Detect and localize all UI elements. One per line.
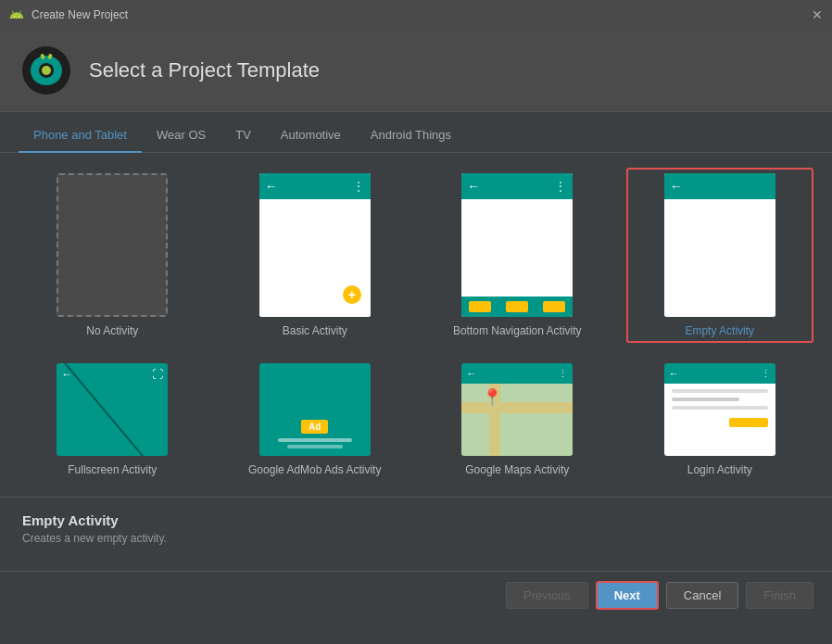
tab-wear-os[interactable]: Wear OS: [142, 119, 221, 153]
tab-android-things[interactable]: Android Things: [356, 119, 466, 153]
fullscreen-expand-icon: ⛶: [152, 368, 163, 381]
login-content: [664, 384, 775, 456]
fullscreen-preview: ← ⛶: [57, 363, 168, 456]
tab-phone-tablet[interactable]: Phone and Tablet: [19, 119, 142, 153]
tab-automotive[interactable]: Automotive: [266, 119, 356, 153]
login-field-1: [672, 389, 768, 393]
description-title: Empty Activity: [22, 512, 810, 528]
template-no-activity[interactable]: No Activity: [19, 168, 207, 343]
basic-activity-label: Basic Activity: [283, 324, 347, 337]
tabs-bar: Phone and Tablet Wear OS TV Automotive A…: [0, 112, 832, 153]
title-bar-text: Create New Project: [32, 8, 128, 21]
basic-fab: +: [343, 285, 361, 304]
maps-toolbar: ← ⋮: [461, 363, 573, 384]
login-field-2: [672, 398, 739, 401]
title-bar: Create New Project ✕: [0, 0, 832, 30]
content-area: No Activity ← ⋮ + Basic Activity: [0, 153, 832, 497]
basic-toolbar: ← ⋮: [259, 173, 371, 199]
bottom-nav-dots: ⋮: [555, 180, 567, 193]
svg-point-4: [42, 66, 51, 75]
android-icon: [9, 7, 24, 22]
bottom-nav-preview: ← ⋮: [461, 173, 573, 317]
dialog-header: Select a Project Template: [0, 30, 832, 112]
description-text: Creates a new empty activity.: [22, 532, 810, 545]
bottom-nav-bar: [461, 297, 573, 317]
maps-dots: ⋮: [558, 368, 568, 380]
login-back: ←: [669, 368, 679, 379]
template-login[interactable]: ← ⋮ Login Activity: [626, 358, 814, 482]
bottom-nav-item-3: [543, 301, 565, 312]
empty-content: [664, 199, 775, 317]
svg-point-0: [14, 16, 15, 17]
login-toolbar: ← ⋮: [664, 363, 775, 384]
map-pin-icon: 📍: [482, 387, 502, 408]
bottom-nav-item-1: [469, 301, 491, 312]
close-button[interactable]: ✕: [812, 7, 823, 22]
fullscreen-back-icon: ←: [61, 368, 72, 381]
ads-label: Google AdMob Ads Activity: [248, 463, 381, 476]
maps-content: 📍: [461, 384, 573, 456]
login-button: [729, 418, 768, 427]
maps-preview: ← ⋮ 📍: [461, 363, 573, 456]
map-road-h: [461, 402, 573, 413]
next-button[interactable]: Next: [596, 581, 659, 610]
basic-activity-preview: ← ⋮ +: [259, 173, 371, 317]
maps-label: Google Maps Activity: [465, 463, 569, 476]
fullscreen-label: Fullscreen Activity: [68, 463, 157, 476]
ad-line-2: [287, 445, 343, 448]
template-basic-activity[interactable]: ← ⋮ + Basic Activity: [221, 168, 410, 343]
header-logo: [22, 46, 70, 95]
dialog-title: Select a Project Template: [89, 58, 320, 82]
template-grid-wrapper[interactable]: No Activity ← ⋮ + Basic Activity: [0, 153, 832, 497]
template-maps[interactable]: ← ⋮ 📍 Google Maps Activity: [423, 358, 611, 482]
login-label: Login Activity: [687, 463, 752, 476]
template-ads[interactable]: Ad Google AdMob Ads Activity: [221, 358, 410, 482]
empty-back-arrow: ←: [670, 179, 683, 194]
bottom-nav-item-2: [506, 301, 528, 312]
bottom-nav-toolbar: ← ⋮: [461, 173, 573, 199]
template-fullscreen[interactable]: ← ⛶ Fullscreen Activity: [19, 358, 207, 482]
cancel-button[interactable]: Cancel: [666, 582, 738, 609]
no-activity-preview: [57, 173, 168, 317]
ads-content: Ad: [259, 363, 371, 456]
template-bottom-nav[interactable]: ← ⋮ Bottom Navigation Activity: [423, 168, 611, 343]
ads-preview: Ad: [259, 363, 371, 456]
template-empty-activity[interactable]: ← Empty Activity: [626, 168, 814, 343]
toolbar-menu-dots: ⋮: [353, 180, 365, 193]
login-preview: ← ⋮: [664, 363, 775, 456]
previous-button[interactable]: Previous: [506, 582, 588, 609]
tab-tv[interactable]: TV: [221, 119, 266, 153]
basic-content: +: [259, 199, 371, 317]
bottom-nav-label: Bottom Navigation Activity: [453, 324, 582, 337]
no-activity-label: No Activity: [86, 324, 138, 337]
ad-badge: Ad: [301, 420, 328, 434]
login-field-3: [672, 406, 768, 410]
template-grid: No Activity ← ⋮ + Basic Activity: [19, 168, 813, 482]
finish-button[interactable]: Finish: [746, 582, 813, 609]
maps-back: ←: [466, 368, 476, 379]
ad-line-1: [278, 438, 352, 442]
footer: Previous Next Cancel Finish: [0, 571, 832, 619]
toolbar-back-arrow: ←: [265, 179, 278, 194]
login-dots: ⋮: [761, 368, 771, 380]
description-panel: Empty Activity Creates a new empty activ…: [0, 497, 832, 571]
bottom-nav-back: ←: [467, 179, 480, 194]
bottom-nav-content: [461, 199, 573, 297]
empty-activity-label: Empty Activity: [685, 324, 754, 337]
svg-point-1: [19, 16, 19, 17]
empty-activity-preview: ←: [664, 173, 775, 317]
empty-toolbar: ←: [664, 173, 775, 199]
